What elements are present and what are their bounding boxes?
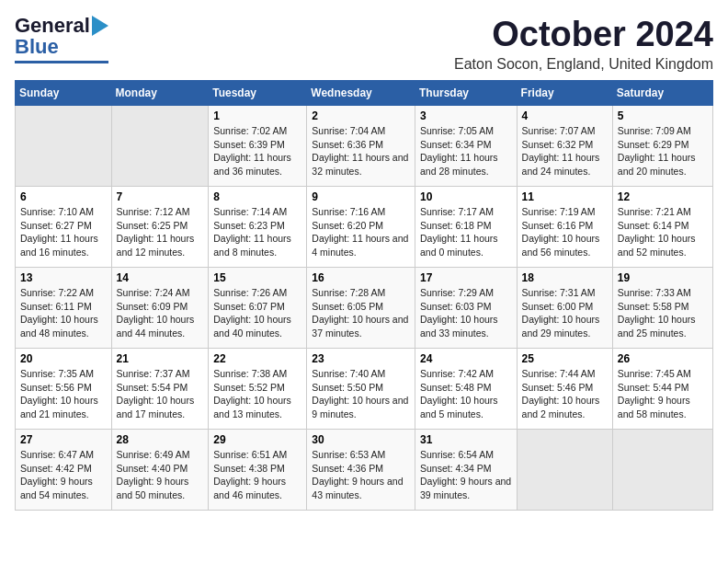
- page-title: October 2024: [454, 15, 713, 54]
- logo-arrow-icon: [92, 16, 108, 36]
- calendar-cell: 27Sunrise: 6:47 AMSunset: 4:42 PMDayligh…: [16, 430, 112, 511]
- calendar-cell: 24Sunrise: 7:42 AMSunset: 5:48 PMDayligh…: [415, 349, 517, 430]
- day-info: Sunrise: 7:12 AMSunset: 6:25 PMDaylight:…: [117, 205, 204, 259]
- day-number: 19: [618, 271, 708, 284]
- day-info: Sunrise: 7:17 AMSunset: 6:18 PMDaylight:…: [420, 205, 512, 259]
- day-number: 14: [117, 271, 204, 284]
- calendar-cell: 4Sunrise: 7:07 AMSunset: 6:32 PMDaylight…: [517, 106, 612, 187]
- day-number: 7: [117, 190, 204, 203]
- calendar-cell: 22Sunrise: 7:38 AMSunset: 5:52 PMDayligh…: [209, 349, 307, 430]
- logo-general: General: [15, 15, 90, 37]
- logo-blue: Blue: [15, 35, 59, 59]
- day-info: Sunrise: 7:09 AMSunset: 6:29 PMDaylight:…: [618, 124, 708, 178]
- day-number: 12: [618, 190, 708, 203]
- weekday-header-row: SundayMondayTuesdayWednesdayThursdayFrid…: [16, 81, 713, 106]
- calendar-week-row: 6Sunrise: 7:10 AMSunset: 6:27 PMDaylight…: [16, 187, 713, 268]
- day-number: 18: [522, 271, 608, 284]
- calendar-week-row: 1Sunrise: 7:02 AMSunset: 6:39 PMDaylight…: [16, 106, 713, 187]
- calendar-cell: 17Sunrise: 7:29 AMSunset: 6:03 PMDayligh…: [415, 268, 517, 349]
- day-info: Sunrise: 7:37 AMSunset: 5:54 PMDaylight:…: [117, 367, 204, 421]
- calendar-cell: 30Sunrise: 6:53 AMSunset: 4:36 PMDayligh…: [307, 430, 415, 511]
- calendar-cell: [16, 106, 112, 187]
- day-info: Sunrise: 7:07 AMSunset: 6:32 PMDaylight:…: [522, 124, 608, 178]
- weekday-header: Monday: [111, 81, 209, 106]
- day-number: 22: [213, 352, 301, 365]
- calendar-cell: 15Sunrise: 7:26 AMSunset: 6:07 PMDayligh…: [209, 268, 307, 349]
- calendar-cell: 19Sunrise: 7:33 AMSunset: 5:58 PMDayligh…: [612, 268, 712, 349]
- day-number: 1: [213, 109, 301, 122]
- logo-underline: [15, 61, 108, 63]
- page-subtitle: Eaton Socon, England, United Kingdom: [454, 56, 713, 73]
- day-number: 10: [420, 190, 512, 203]
- day-number: 24: [420, 352, 512, 365]
- day-info: Sunrise: 7:45 AMSunset: 5:44 PMDaylight:…: [618, 367, 708, 421]
- logo: General Blue: [15, 15, 108, 63]
- day-info: Sunrise: 6:51 AMSunset: 4:38 PMDaylight:…: [213, 448, 301, 502]
- calendar-cell: 11Sunrise: 7:19 AMSunset: 6:16 PMDayligh…: [517, 187, 612, 268]
- day-number: 2: [312, 109, 410, 122]
- day-info: Sunrise: 7:16 AMSunset: 6:20 PMDaylight:…: [312, 205, 410, 259]
- day-info: Sunrise: 6:49 AMSunset: 4:40 PMDaylight:…: [117, 448, 204, 502]
- calendar-cell: 20Sunrise: 7:35 AMSunset: 5:56 PMDayligh…: [16, 349, 112, 430]
- day-number: 5: [618, 109, 708, 122]
- day-info: Sunrise: 7:02 AMSunset: 6:39 PMDaylight:…: [213, 124, 301, 178]
- day-number: 4: [522, 109, 608, 122]
- calendar-week-row: 27Sunrise: 6:47 AMSunset: 4:42 PMDayligh…: [16, 430, 713, 511]
- day-info: Sunrise: 7:26 AMSunset: 6:07 PMDaylight:…: [213, 286, 301, 340]
- day-info: Sunrise: 7:28 AMSunset: 6:05 PMDaylight:…: [312, 286, 410, 340]
- calendar-cell: 25Sunrise: 7:44 AMSunset: 5:46 PMDayligh…: [517, 349, 612, 430]
- day-info: Sunrise: 7:42 AMSunset: 5:48 PMDaylight:…: [420, 367, 512, 421]
- title-block: October 2024 Eaton Socon, England, Unite…: [454, 15, 713, 73]
- calendar-cell: 26Sunrise: 7:45 AMSunset: 5:44 PMDayligh…: [612, 349, 712, 430]
- calendar-cell: 9Sunrise: 7:16 AMSunset: 6:20 PMDaylight…: [307, 187, 415, 268]
- day-number: 8: [213, 190, 301, 203]
- day-number: 21: [117, 352, 204, 365]
- day-number: 13: [20, 271, 107, 284]
- calendar-cell: [111, 106, 209, 187]
- day-info: Sunrise: 7:10 AMSunset: 6:27 PMDaylight:…: [20, 205, 107, 259]
- calendar-cell: 14Sunrise: 7:24 AMSunset: 6:09 PMDayligh…: [111, 268, 209, 349]
- weekday-header: Thursday: [415, 81, 517, 106]
- day-number: 26: [618, 352, 708, 365]
- day-number: 6: [20, 190, 107, 203]
- day-number: 23: [312, 352, 410, 365]
- day-info: Sunrise: 6:47 AMSunset: 4:42 PMDaylight:…: [20, 448, 107, 502]
- calendar-cell: 29Sunrise: 6:51 AMSunset: 4:38 PMDayligh…: [209, 430, 307, 511]
- calendar-cell: 12Sunrise: 7:21 AMSunset: 6:14 PMDayligh…: [612, 187, 712, 268]
- day-info: Sunrise: 7:29 AMSunset: 6:03 PMDaylight:…: [420, 286, 512, 340]
- day-number: 25: [522, 352, 608, 365]
- weekday-header: Friday: [517, 81, 612, 106]
- day-number: 3: [420, 109, 512, 122]
- day-info: Sunrise: 7:31 AMSunset: 6:00 PMDaylight:…: [522, 286, 608, 340]
- day-info: Sunrise: 7:40 AMSunset: 5:50 PMDaylight:…: [312, 367, 410, 421]
- day-number: 31: [420, 433, 512, 446]
- calendar-cell: 18Sunrise: 7:31 AMSunset: 6:00 PMDayligh…: [517, 268, 612, 349]
- day-info: Sunrise: 7:44 AMSunset: 5:46 PMDaylight:…: [522, 367, 608, 421]
- calendar-cell: 1Sunrise: 7:02 AMSunset: 6:39 PMDaylight…: [209, 106, 307, 187]
- day-number: 16: [312, 271, 410, 284]
- day-number: 29: [213, 433, 301, 446]
- day-info: Sunrise: 7:14 AMSunset: 6:23 PMDaylight:…: [213, 205, 301, 259]
- calendar-cell: 5Sunrise: 7:09 AMSunset: 6:29 PMDaylight…: [612, 106, 712, 187]
- calendar-cell: 16Sunrise: 7:28 AMSunset: 6:05 PMDayligh…: [307, 268, 415, 349]
- weekday-header: Wednesday: [307, 81, 415, 106]
- calendar-cell: 3Sunrise: 7:05 AMSunset: 6:34 PMDaylight…: [415, 106, 517, 187]
- calendar-week-row: 13Sunrise: 7:22 AMSunset: 6:11 PMDayligh…: [16, 268, 713, 349]
- weekday-header: Sunday: [16, 81, 112, 106]
- day-number: 17: [420, 271, 512, 284]
- calendar-cell: [612, 430, 712, 511]
- day-info: Sunrise: 7:24 AMSunset: 6:09 PMDaylight:…: [117, 286, 204, 340]
- day-info: Sunrise: 6:53 AMSunset: 4:36 PMDaylight:…: [312, 448, 410, 502]
- day-number: 15: [213, 271, 301, 284]
- day-info: Sunrise: 7:38 AMSunset: 5:52 PMDaylight:…: [213, 367, 301, 421]
- calendar-cell: 10Sunrise: 7:17 AMSunset: 6:18 PMDayligh…: [415, 187, 517, 268]
- calendar-cell: 2Sunrise: 7:04 AMSunset: 6:36 PMDaylight…: [307, 106, 415, 187]
- calendar-cell: 13Sunrise: 7:22 AMSunset: 6:11 PMDayligh…: [16, 268, 112, 349]
- day-info: Sunrise: 6:54 AMSunset: 4:34 PMDaylight:…: [420, 448, 512, 502]
- day-info: Sunrise: 7:19 AMSunset: 6:16 PMDaylight:…: [522, 205, 608, 259]
- calendar-table: SundayMondayTuesdayWednesdayThursdayFrid…: [15, 80, 713, 511]
- calendar-week-row: 20Sunrise: 7:35 AMSunset: 5:56 PMDayligh…: [16, 349, 713, 430]
- day-number: 30: [312, 433, 410, 446]
- calendar-cell: [517, 430, 612, 511]
- page-header: General Blue October 2024 Eaton Socon, E…: [15, 15, 713, 73]
